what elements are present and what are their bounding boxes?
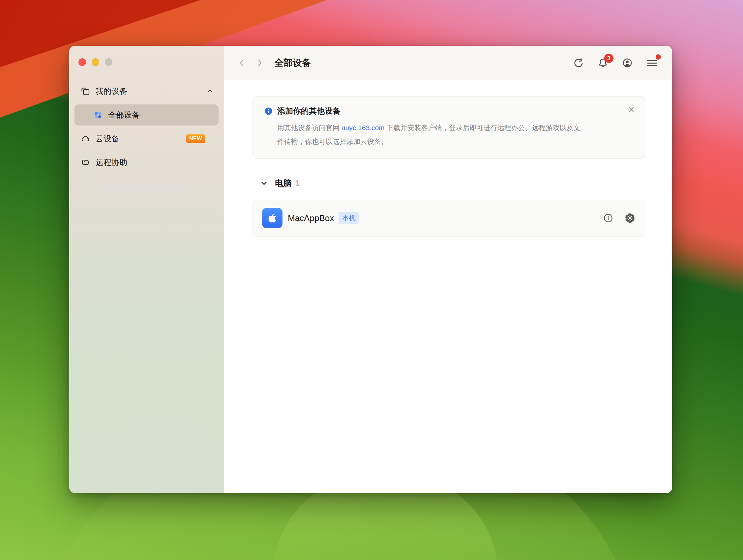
sidebar-item-all-devices[interactable]: 全部设备 (75, 104, 219, 126)
section-computers[interactable]: 电脑 1 (260, 176, 645, 190)
menu-alert-dot (656, 54, 661, 60)
window-zoom-button[interactable] (105, 58, 113, 66)
screen: 我的设备 全部设备 (0, 0, 743, 560)
banner-text-before: 用其他设备访问官网 (277, 124, 342, 131)
sidebar-item-label: 全部设备 (108, 110, 140, 120)
window-minimize-button[interactable] (92, 58, 99, 66)
refresh-icon[interactable] (573, 57, 584, 69)
device-card[interactable]: MacAppBox 本机 (253, 200, 645, 236)
new-badge: NEW (186, 134, 205, 143)
device-actions (603, 213, 636, 224)
main-panel: 全部设备 3 (224, 46, 672, 493)
window-close-button[interactable] (79, 58, 86, 66)
info-filled-icon (264, 106, 277, 149)
banner-body: 添加你的其他设备 用其他设备访问官网 uuyc.163.com 下载并安装客户端… (277, 106, 585, 149)
sidebar-group-my-devices[interactable]: 我的设备 (75, 82, 219, 100)
sidebar: 我的设备 全部设备 (69, 46, 224, 493)
sidebar-item-label: 云设备 (96, 133, 119, 144)
sidebar-item-remote-assist[interactable]: 远程协助 (75, 153, 219, 172)
devices-icon (80, 86, 90, 96)
cloud-icon (80, 134, 90, 144)
chevron-up-icon[interactable] (206, 87, 214, 95)
section-count: 1 (295, 179, 300, 188)
gear-icon[interactable] (624, 213, 636, 224)
chevron-down-icon[interactable] (260, 179, 268, 187)
info-circle-icon[interactable] (603, 213, 614, 224)
traffic-lights (79, 58, 113, 66)
back-icon[interactable] (237, 58, 247, 68)
banner-title: 添加你的其他设备 (277, 106, 585, 116)
section-label: 电脑 (275, 178, 292, 189)
remote-assist-icon (80, 157, 90, 167)
add-device-banner: 添加你的其他设备 用其他设备访问官网 uuyc.163.com 下载并安装客户端… (253, 96, 645, 159)
account-icon[interactable] (621, 57, 633, 69)
header-actions: 3 (573, 57, 658, 69)
local-machine-badge: 本机 (339, 212, 359, 224)
page-title: 全部设备 (274, 57, 311, 69)
close-icon[interactable] (627, 105, 636, 114)
sidebar-item-cloud-devices[interactable]: 云设备 NEW (75, 130, 219, 148)
device-name: MacAppBox (288, 213, 334, 223)
banner-link[interactable]: uuyc.163.com (342, 124, 385, 131)
banner-text: 用其他设备访问官网 uuyc.163.com 下载并安装客户端，登录后即可进行远… (277, 121, 585, 149)
apple-logo-icon (262, 208, 282, 228)
bell-icon[interactable]: 3 (597, 57, 609, 69)
app-window: 我的设备 全部设备 (69, 46, 672, 493)
grid-dots-icon (93, 110, 103, 120)
forward-icon[interactable] (255, 58, 264, 68)
hamburger-menu-icon[interactable] (646, 57, 658, 69)
notification-badge: 3 (604, 54, 613, 63)
main-content: 添加你的其他设备 用其他设备访问官网 uuyc.163.com 下载并安装客户端… (224, 80, 672, 493)
main-header: 全部设备 3 (224, 46, 672, 80)
sidebar-group-label: 我的设备 (96, 86, 127, 96)
sidebar-item-label: 远程协助 (96, 157, 127, 168)
